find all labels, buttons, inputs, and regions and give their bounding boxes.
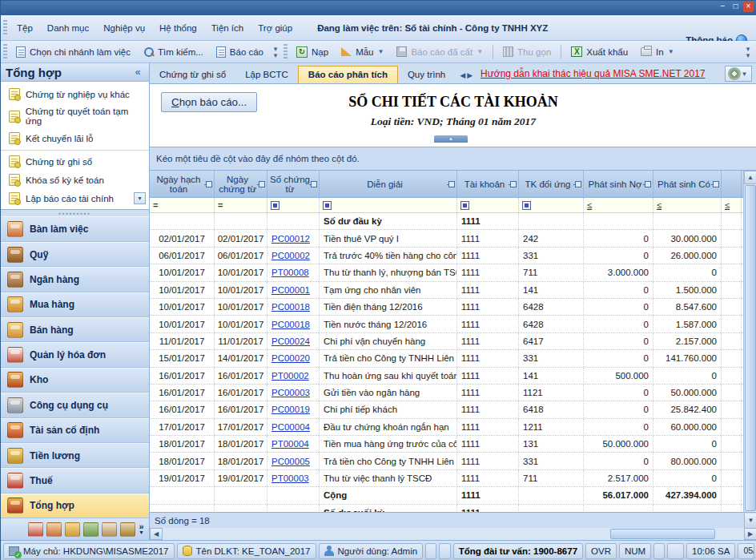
filter-cell[interactable]: ≤	[584, 198, 653, 212]
filter-cell[interactable]	[267, 198, 320, 212]
filter-cell[interactable]: ≤	[653, 198, 722, 212]
sidebar-module-công-cụ-dụng-cụ[interactable]: Công cụ dụng cụ	[1, 393, 149, 417]
toolbar-button-mẫu[interactable]: Mẫu▼	[335, 44, 390, 60]
pin-icon[interactable]	[448, 181, 455, 187]
pin-icon[interactable]	[575, 181, 581, 187]
pin-icon[interactable]	[713, 181, 719, 187]
table-row[interactable]: 10/01/201710/01/2017PT00008Thu từ thanh …	[150, 264, 743, 281]
toolbar-overflow-button[interactable]: ▾▾	[270, 46, 281, 58]
splitter-handle[interactable]: ▲	[434, 135, 468, 143]
settings-dropdown-button[interactable]: ▼	[725, 66, 752, 82]
pin-icon[interactable]	[259, 181, 265, 187]
table-row[interactable]: 16/01/201716/01/2017PT00002Thu hoàn ứng …	[150, 368, 743, 385]
document-link[interactable]: PC00024	[271, 336, 310, 346]
sidebar-splitter[interactable]: ▪▪▪▪▪▪▪▪▪	[1, 210, 149, 216]
group-by-area[interactable]: Kéo một tiêu đề cột vào đây để nhóm theo…	[150, 147, 756, 171]
table-row[interactable]: Số dư đầu kỳ1111	[150, 213, 743, 230]
horizontal-scroll-thumb[interactable]	[610, 529, 715, 539]
table-row[interactable]: 16/01/201716/01/2017PC00019Chi phí tiếp …	[150, 401, 743, 418]
toolbar-button-in[interactable]: In▼	[634, 44, 681, 60]
menu-item-tiện-ích[interactable]: Tiện ích	[204, 21, 251, 35]
document-link[interactable]: PC00004	[271, 422, 310, 432]
table-row[interactable]: 02/01/201702/01/2017PC00012Tiền thuê VP …	[150, 230, 743, 247]
filter-cell[interactable]: ≤	[722, 198, 742, 212]
document-link[interactable]: PC00012	[271, 234, 310, 244]
column-header-phát-sinh-nợ[interactable]: Phát sinh Nợ	[584, 171, 653, 197]
sidebar-module-quỹ[interactable]: Quỹ	[1, 242, 149, 267]
table-row[interactable]: 18/01/201718/01/2017PC00005Trả tiền cho …	[150, 453, 743, 469]
scroll-up-icon[interactable]: ▲	[744, 171, 756, 184]
document-link[interactable]: PC00001	[271, 285, 310, 295]
calendar-mini-icon[interactable]	[120, 522, 135, 537]
tab-quy-trình[interactable]: Quy trình	[398, 66, 455, 83]
sidebar-item-chứng-từ-quyết-toán-tạm-ứng[interactable]: Chứng từ quyết toán tạm ứng	[1, 103, 149, 129]
column-header-tài-khoản[interactable]: Tài khoản	[457, 171, 519, 197]
menu-item-tệp[interactable]: Tệp	[10, 21, 40, 35]
sidebar-module-ngân-hàng[interactable]: Ngân hàng	[1, 267, 149, 292]
table-row[interactable]: 17/01/201717/01/2017PC00004Đầu tư chứng …	[150, 419, 743, 436]
toolbar-overflow-button[interactable]: ▾▾	[742, 46, 754, 58]
toolbar-button-tìm-kiếm-[interactable]: Tìm kiếm...	[137, 43, 210, 60]
footer-dropdown-icon[interactable]: ▼	[744, 514, 756, 528]
more-modules-button[interactable]: »▼	[139, 524, 144, 535]
document-link[interactable]: PT00004	[271, 439, 309, 449]
sidebar-module-bàn-làm-việc[interactable]: Bàn làm việc	[1, 216, 149, 241]
horizontal-scroll-track[interactable]	[163, 528, 744, 540]
column-header-phát-sinh-có[interactable]: Phát sinh Có	[653, 171, 722, 197]
sidebar-item-chứng-từ-ghi-sổ[interactable]: Chứng từ ghi sổ	[1, 150, 149, 171]
toolbar-button-xuất-khẩu[interactable]: XXuất khẩu	[565, 43, 634, 60]
document-link[interactable]: PC00018	[271, 320, 310, 329]
sidebar-collapse-button[interactable]: «	[131, 66, 144, 78]
column-header-ngày-chứng-từ[interactable]: Ngày chứng từ	[215, 171, 267, 197]
register-mini-icon[interactable]	[83, 522, 99, 537]
column-header-diễn-giải[interactable]: Diễn giải	[320, 171, 457, 197]
column-header-ngày-hạch-toán[interactable]: Ngày hạch toán	[150, 171, 215, 197]
stock-mini-icon[interactable]	[102, 522, 117, 537]
menu-item-hệ-thống[interactable]: Hệ thống	[152, 21, 204, 35]
sidebar-module-tiền-lương[interactable]: Tiền lương	[1, 443, 149, 468]
filter-cell[interactable]	[320, 198, 457, 212]
scroll-left-icon[interactable]: ◀	[150, 528, 163, 540]
sidebar-item-chứng-từ-nghiệp-vụ-khác[interactable]: Chứng từ nghiệp vụ khác	[1, 85, 149, 103]
filter-cell[interactable]	[519, 198, 584, 212]
document-link[interactable]: PC00003	[271, 388, 310, 397]
table-row[interactable]: 15/01/201714/01/2017PC00020Trả tiền cho …	[150, 350, 743, 367]
tab-lập-bctc[interactable]: Lập BCTC	[235, 66, 298, 83]
toolbar-button-nạp[interactable]: ↻Nạp	[290, 43, 335, 61]
document-link[interactable]: PC00019	[271, 405, 310, 414]
tab-chứng-từ-ghi-sổ[interactable]: Chứng từ ghi sổ	[150, 66, 235, 83]
chevron-down-icon[interactable]: ▼	[134, 192, 146, 204]
table-row[interactable]: 06/01/201706/01/2017PC00002Trả trước 40%…	[150, 248, 743, 264]
minimize-button[interactable]: −	[718, 2, 728, 12]
toolbar-button-báo-cáo[interactable]: Báo cáo	[210, 43, 270, 61]
document-link[interactable]: PT00002	[271, 371, 309, 381]
desk-mini-icon[interactable]	[46, 522, 62, 537]
column-header-số-chứng-từ[interactable]: Số chứng từ	[267, 171, 320, 197]
menu-item-nghiệp-vụ[interactable]: Nghiệp vụ	[96, 21, 152, 35]
vertical-scrollbar[interactable]: ▲	[743, 171, 756, 512]
sidebar-item-kết-chuyển-lãi-lỗ[interactable]: Kết chuyển lãi lỗ	[1, 129, 149, 147]
document-link[interactable]: PC00005	[271, 457, 310, 466]
filter-cell[interactable]: =	[215, 198, 267, 212]
sidebar-module-thuế[interactable]: Thuế	[1, 468, 149, 493]
choose-report-button[interactable]: Chọn báo cáo...	[161, 92, 257, 112]
column-header-tk-đối-ứng[interactable]: TK đối ứng	[519, 171, 584, 197]
table-row[interactable]: 16/01/201716/01/2017PC00003Gửi tiền vào …	[150, 385, 743, 401]
checkbox-filter-icon[interactable]	[460, 201, 469, 210]
menu-item-danh-mục[interactable]: Danh mục	[40, 21, 96, 35]
sidebar-module-tổng-hợp[interactable]: Tổng hợp	[1, 494, 149, 518]
checkbox-filter-icon[interactable]	[323, 201, 332, 210]
equals-filter-icon[interactable]: =	[153, 200, 158, 210]
menu-item-trợ-giúp[interactable]: Trợ giúp	[251, 21, 300, 35]
invoice-mini-icon[interactable]	[28, 522, 43, 537]
pin-icon[interactable]	[510, 181, 517, 187]
table-row[interactable]: 19/01/201719/01/2017PT00003Thu từ việc t…	[150, 470, 743, 487]
equals-filter-icon[interactable]: =	[218, 200, 223, 210]
table-row[interactable]: 10/01/201710/01/2017PC00001Tạm ứng cho n…	[150, 282, 743, 299]
pin-icon[interactable]	[206, 181, 212, 187]
sidebar-module-mua-hàng[interactable]: Mua hàng	[1, 292, 149, 317]
vertical-scroll-thumb[interactable]	[745, 185, 756, 511]
column-header-extra[interactable]	[722, 171, 742, 197]
filter-cell[interactable]	[457, 198, 519, 212]
checkbox-filter-icon[interactable]	[271, 201, 279, 210]
